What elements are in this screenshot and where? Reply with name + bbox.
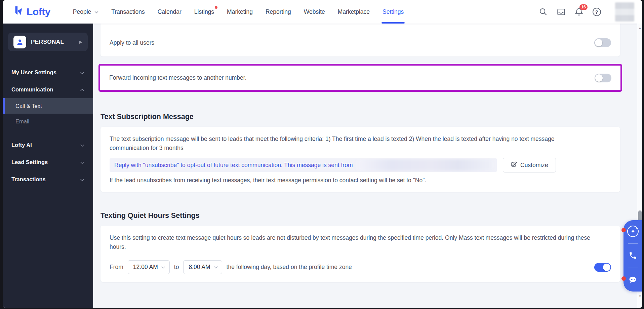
apply-label: Apply to all users [110,39,154,46]
nav-item-website[interactable]: Website [297,0,331,24]
from-label: From [110,264,123,271]
chevron-down-icon [214,264,218,270]
subscription-description: The text subscription message will be se… [110,134,594,153]
scroll-up-arrow[interactable]: ▲ [637,26,642,30]
customize-label: Customize [520,162,548,169]
chevron-down-icon [80,142,84,148]
text-subscription-card: The text subscription message will be se… [100,127,620,192]
quiet-hours-card: Use this setting to create text message … [100,226,620,282]
nav-item-calendar[interactable]: Calendar [151,0,188,24]
panel-divider [628,243,638,244]
quiet-hours-row: From 12:00 AM to 8:00 AM the following d… [110,260,611,274]
chevron-up-icon [80,86,84,93]
subscription-note: If the lead unsubscribes from receiving … [110,177,611,184]
sidebar-item-my-user-settings[interactable]: My User Settings [3,64,93,81]
notification-badge: 16 [579,4,588,10]
section-title-text-subscription: Text Subscription Message [100,113,620,121]
lofty-logo-text: Lofty [27,6,50,17]
subscription-message-strip: Reply with "unsubscribe" to opt-out of f… [110,158,497,172]
notification-dot [621,276,626,281]
apply-card: Apply to all users [100,24,620,56]
chat-icon[interactable] [627,274,639,286]
apply-row: Apply to all users [100,29,620,56]
notification-dot [621,228,626,232]
chevron-down-icon [94,0,98,24]
sidebar-item-transactions[interactable]: Transactions [3,171,93,188]
main-content: Apply to all users Forward incoming text… [93,24,642,308]
nav-item-marketplace[interactable]: Marketplace [331,0,376,24]
new-indicator-dot [215,6,217,9]
phone-icon[interactable] [627,249,639,262]
bell-icon[interactable]: 16 [574,7,583,16]
profile-switcher[interactable]: PERSONAL ▶ [8,33,88,51]
subscription-message-row: Reply with "unsubscribe" to opt-out of f… [110,158,611,172]
to-label: to [174,264,179,271]
to-time-select[interactable]: 8:00 AM [183,260,222,274]
lofty-logo[interactable]: Lofty [13,5,50,18]
app-window: Lofty People Transactions Calendar Listi… [3,0,642,308]
scroll-down-arrow[interactable]: ▼ [637,295,642,298]
chevron-down-icon [161,264,165,270]
card-divider [100,24,620,29]
sidebar-menu: My User Settings Communication Call & Te… [3,64,93,188]
sidebar-item-lead-settings[interactable]: Lead Settings [3,154,93,171]
customize-button[interactable]: Customize [503,158,556,172]
sidebar-item-lofty-ai[interactable]: Lofty AI [3,137,93,154]
floating-action-panel: ✦ ✦ [623,220,642,292]
avatar[interactable] [615,2,634,22]
forward-toggle[interactable] [595,74,611,82]
nav-item-people[interactable]: People [67,0,105,24]
arrow-right-icon: ▶ [79,39,82,44]
lofty-logo-icon [13,5,24,18]
search-icon[interactable] [538,7,548,16]
section-title-quiet-hours: Texting Quiet Hours Settings [100,211,620,220]
inbox-icon[interactable] [556,7,566,16]
chevron-down-icon [80,159,84,165]
forward-row: Forward incoming text messages to anothe… [100,66,620,90]
top-navbar: Lofty People Transactions Calendar Listi… [3,0,642,24]
from-time-select[interactable]: 12:00 AM [128,260,170,274]
sidebar-item-communication[interactable]: Communication [3,81,93,98]
nav-item-settings[interactable]: Settings [376,0,410,24]
edit-icon [511,161,517,169]
subscription-message: Reply with "unsubscribe" to opt-out of f… [114,162,353,169]
user-icon [13,36,26,48]
quiet-hours-description: Use this setting to create text message … [110,233,594,252]
panel-divider [628,268,638,268]
menu-spacer [3,129,93,137]
nav-menu: People Transactions Calendar Listings Ma… [67,0,410,24]
nav-item-reporting[interactable]: Reporting [259,0,297,24]
blurred-phone-number [357,159,492,171]
nav-item-listings[interactable]: Listings [188,0,220,24]
profile-label: PERSONAL [31,39,64,45]
from-time-value: 12:00 AM [133,264,158,271]
help-icon[interactable]: ? [592,7,601,16]
nav-item-marketing[interactable]: Marketing [220,0,259,24]
ai-assistant-icon[interactable]: ✦ ✦ [627,225,639,237]
forward-label: Forward incoming text messages to anothe… [109,74,247,81]
to-time-value: 8:00 AM [189,264,210,271]
sidebar: PERSONAL ▶ My User Settings Communicatio… [3,24,93,308]
chevron-down-icon [80,69,84,76]
quiet-hours-toggle[interactable] [594,263,611,272]
apply-toggle[interactable] [594,38,611,47]
sidebar-item-call-text[interactable]: Call & Text [3,98,93,114]
card-divider [104,68,616,68]
quiet-hours-suffix: the following day, based on the profile … [227,264,352,271]
chevron-down-icon [80,176,84,183]
navbar-actions: 16 ? [538,2,634,22]
forward-card-highlighted: Forward incoming text messages to anothe… [98,64,622,92]
sidebar-item-email[interactable]: Email [3,114,93,129]
nav-item-transactions[interactable]: Transactions [105,0,151,24]
